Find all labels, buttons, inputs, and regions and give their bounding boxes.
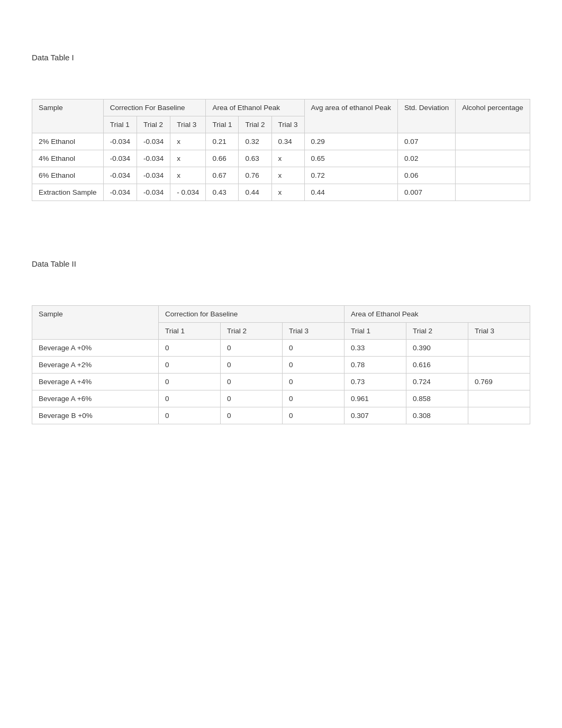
table-cell [456, 133, 530, 150]
table-cell: 0.63 [239, 150, 271, 167]
table-cell: 0.34 [271, 133, 304, 150]
table-cell: 0.724 [406, 374, 468, 390]
table-cell: 0.66 [206, 150, 239, 167]
t2-col-area: Area of Ethanol Peak [344, 306, 530, 323]
table-cell: Beverage B +0% [32, 407, 159, 424]
table-cell: 0.307 [344, 407, 406, 424]
t2-col-correction: Correction for Baseline [159, 306, 345, 323]
table-cell: 0 [159, 407, 221, 424]
table-cell: 0.07 [398, 133, 456, 150]
table-cell: 6% Ethanol [32, 167, 104, 184]
t1-sub-area-trial3: Trial 3 [271, 116, 304, 133]
table-cell: x [170, 167, 206, 184]
table-cell: 0.390 [406, 340, 468, 357]
table-cell: x [271, 150, 304, 167]
table1: Sample Correction For Baseline Area of E… [32, 99, 530, 201]
table-cell: -0.034 [103, 167, 137, 184]
t1-col-correction: Correction For Baseline [103, 99, 206, 116]
table-row: Beverage B +0%0000.3070.308 [32, 407, 530, 424]
table-cell: 0 [159, 390, 221, 407]
table-cell: 0 [282, 390, 344, 407]
t2-col-sample: Sample [32, 306, 159, 340]
t1-sub-trial1: Trial 1 [103, 116, 137, 133]
t2-sub-area-trial1: Trial 1 [344, 323, 406, 340]
table-cell: 0.961 [344, 390, 406, 407]
t1-col-sample: Sample [32, 99, 104, 133]
table-cell: 0 [221, 407, 283, 424]
table-cell: 0.616 [406, 357, 468, 374]
t2-sub-area-trial2: Trial 2 [406, 323, 468, 340]
table2-title: Data Table II [32, 259, 530, 268]
table-cell: Beverage A +0% [32, 340, 159, 357]
t1-col-area: Area of Ethanol Peak [206, 99, 304, 116]
table-row: Beverage A +2%0000.780.616 [32, 357, 530, 374]
table-cell: 0.308 [406, 407, 468, 424]
table-cell: 0.65 [304, 150, 398, 167]
t2-sub-trial3: Trial 3 [282, 323, 344, 340]
table-cell: Beverage A +2% [32, 357, 159, 374]
t2-sub-area-trial3: Trial 3 [468, 323, 530, 340]
table-row: Beverage A +4%0000.730.7240.769 [32, 374, 530, 390]
table-cell: Beverage A +4% [32, 374, 159, 390]
table-cell: x [271, 167, 304, 184]
table-cell [468, 340, 530, 357]
table-cell: 0.02 [398, 150, 456, 167]
table-cell: -0.034 [103, 184, 137, 201]
t2-sub-trial1: Trial 1 [159, 323, 221, 340]
table-cell: -0.034 [103, 150, 137, 167]
table-cell: 0 [282, 374, 344, 390]
table-cell [456, 184, 530, 201]
table-cell: 0 [221, 374, 283, 390]
table-cell: 0.44 [304, 184, 398, 201]
t2-sub-trial2: Trial 2 [221, 323, 283, 340]
table-cell: 0.67 [206, 167, 239, 184]
table-cell: 0 [159, 340, 221, 357]
table-cell: 0 [159, 357, 221, 374]
table-row: Beverage A +0%0000.330.390 [32, 340, 530, 357]
table-cell: 0.858 [406, 390, 468, 407]
table-row: Extraction Sample-0.034-0.034- 0.0340.43… [32, 184, 530, 201]
t1-col-avg: Avg area of ethanol Peak [304, 99, 398, 133]
table-cell: 0 [221, 390, 283, 407]
table-cell: -0.034 [137, 150, 170, 167]
table-cell [468, 407, 530, 424]
table-cell: 0 [221, 357, 283, 374]
table-cell: -0.034 [137, 133, 170, 150]
table-cell: Extraction Sample [32, 184, 104, 201]
table-cell: 0.21 [206, 133, 239, 150]
table-cell: 0.76 [239, 167, 271, 184]
t1-sub-area-trial2: Trial 2 [239, 116, 271, 133]
table-cell: 0.007 [398, 184, 456, 201]
table-cell: 4% Ethanol [32, 150, 104, 167]
table-cell: 0.72 [304, 167, 398, 184]
table-cell: x [271, 184, 304, 201]
table-cell: 0.29 [304, 133, 398, 150]
table-cell [456, 150, 530, 167]
t1-col-alcohol: Alcohol percentage [456, 99, 530, 133]
table-cell: 2% Ethanol [32, 133, 104, 150]
table-cell: x [170, 133, 206, 150]
table-row: 4% Ethanol-0.034-0.034x0.660.63x0.650.02 [32, 150, 530, 167]
table-cell [468, 357, 530, 374]
table1-title: Data Table I [32, 53, 530, 62]
table-cell: 0.73 [344, 374, 406, 390]
table-cell: -0.034 [137, 167, 170, 184]
table-cell: 0.44 [239, 184, 271, 201]
table-cell: 0.33 [344, 340, 406, 357]
table-cell [468, 390, 530, 407]
t1-sub-trial3: Trial 3 [170, 116, 206, 133]
table-cell: 0.43 [206, 184, 239, 201]
table-cell: 0 [282, 340, 344, 357]
t1-sub-area-trial1: Trial 1 [206, 116, 239, 133]
table-cell: 0 [221, 340, 283, 357]
t1-sub-trial2: Trial 2 [137, 116, 170, 133]
table2: Sample Correction for Baseline Area of E… [32, 305, 530, 424]
table-row: Beverage A +6%0000.9610.858 [32, 390, 530, 407]
table-cell: Beverage A +6% [32, 390, 159, 407]
table-cell: 0.06 [398, 167, 456, 184]
table-cell: 0 [282, 357, 344, 374]
t1-col-std: Std. Deviation [398, 99, 456, 133]
table-cell: x [170, 150, 206, 167]
table-cell: - 0.034 [170, 184, 206, 201]
table-cell: 0 [282, 407, 344, 424]
